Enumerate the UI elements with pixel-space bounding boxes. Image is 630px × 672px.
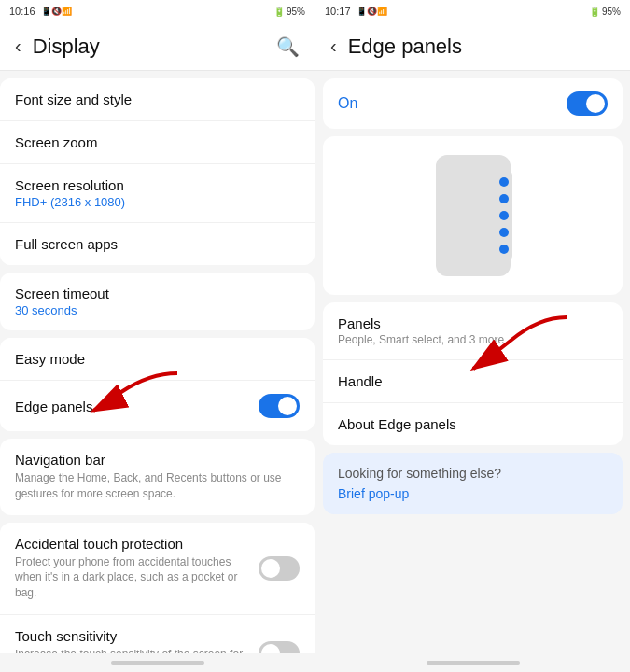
easy-mode-title: Easy mode: [15, 351, 300, 367]
back-button-right[interactable]: ‹: [330, 35, 337, 57]
suggestion-link[interactable]: Brief pop-up: [338, 486, 608, 501]
accidental-touch-toggle[interactable]: [259, 556, 300, 581]
edge-panels-title: Edge panels: [15, 399, 259, 414]
screen-zoom-item[interactable]: Screen zoom: [0, 121, 315, 164]
edge-on-toggle[interactable]: [567, 91, 608, 116]
full-screen-apps-title: Full screen apps: [15, 236, 300, 252]
edge-panels-top-bar: ‹ Edge panels: [315, 22, 630, 71]
bottom-bar-right: [315, 653, 630, 672]
status-bar-left: 10:16 📱🔇📶 🔋 95%: [0, 0, 315, 22]
handle-title: Handle: [338, 373, 608, 389]
edge-on-row[interactable]: On: [323, 78, 623, 129]
card-easy-edge: Easy mode Edge panels: [0, 338, 315, 431]
easy-mode-item[interactable]: Easy mode: [0, 338, 315, 381]
font-size-title: Font size and style: [15, 91, 300, 107]
battery-left: 95%: [287, 7, 305, 17]
navigation-bar-item[interactable]: Navigation bar Manage the Home, Back, an…: [0, 439, 315, 515]
dot-5: [499, 245, 509, 254]
card-nav: Navigation bar Manage the Home, Back, an…: [0, 439, 315, 515]
status-icons-right: 📱🔇📶: [357, 7, 387, 16]
screen-resolution-item[interactable]: Screen resolution FHD+ (2316 x 1080): [0, 164, 315, 223]
battery-icons-left: 🔋: [273, 7, 285, 17]
phone-mockup: [436, 155, 511, 276]
panels-title: Panels: [338, 315, 608, 331]
accidental-touch-title: Accidental touch protection: [15, 536, 259, 552]
panels-subtitle: People, Smart select, and 3 more: [338, 333, 608, 346]
dot-4: [499, 228, 509, 237]
suggestion-card: Looking for something else? Brief pop-up: [323, 453, 623, 514]
touch-sensitivity-item[interactable]: Touch sensitivity Increase the touch sen…: [0, 615, 315, 653]
card-display-basics: Font size and style Screen zoom Screen r…: [0, 78, 315, 265]
edge-panels-screen: 10:17 📱🔇📶 🔋 95% ‹ Edge panels On: [315, 0, 630, 672]
full-screen-apps-item[interactable]: Full screen apps: [0, 223, 315, 265]
about-title: About Edge panels: [338, 416, 608, 432]
screen-timeout-subtitle: 30 seconds: [15, 303, 300, 317]
search-button[interactable]: 🔍: [276, 35, 300, 58]
card-screen-timeout: Screen timeout 30 seconds: [0, 273, 315, 330]
edge-options-card: Panels People, Smart select, and 3 more …: [323, 302, 623, 445]
screen-resolution-subtitle: FHD+ (2316 x 1080): [15, 195, 300, 209]
panels-item[interactable]: Panels People, Smart select, and 3 more: [323, 302, 623, 360]
status-bar-right: 10:17 📱🔇📶 🔋 95%: [315, 0, 630, 22]
display-top-bar: ‹ Display 🔍: [0, 22, 315, 71]
bottom-bar-left: [0, 653, 315, 672]
status-icons-left: 📱🔇📶: [41, 7, 72, 16]
touch-sensitivity-desc: Increase the touch sensitivity of the sc…: [15, 647, 259, 653]
handle-item[interactable]: Handle: [323, 360, 623, 403]
display-settings-list: Font size and style Screen zoom Screen r…: [0, 71, 315, 653]
home-indicator-left: [111, 661, 204, 665]
font-size-item[interactable]: Font size and style: [0, 78, 315, 121]
page-title-display: Display: [33, 35, 265, 59]
dot-2: [499, 194, 509, 203]
screen-timeout-title: Screen timeout: [15, 286, 300, 301]
dot-3: [499, 211, 509, 220]
battery-icons-right: 🔋: [589, 7, 600, 17]
edge-panels-item[interactable]: Edge panels: [0, 381, 315, 431]
touch-sensitivity-toggle[interactable]: [259, 641, 300, 653]
dot-1: [499, 177, 509, 187]
navigation-bar-desc: Manage the Home, Back, and Recents butto…: [15, 470, 300, 502]
page-title-edge: Edge panels: [348, 35, 615, 59]
screen-timeout-item[interactable]: Screen timeout 30 seconds: [0, 273, 315, 330]
accidental-touch-item[interactable]: Accidental touch protection Protect your…: [0, 523, 315, 615]
home-indicator-right: [427, 661, 520, 665]
navigation-bar-title: Navigation bar: [15, 452, 300, 468]
battery-right: 95%: [602, 7, 621, 17]
edge-preview-card: [323, 136, 623, 295]
back-button[interactable]: ‹: [15, 35, 21, 57]
time-right: 10:17: [325, 6, 351, 17]
card-touch: Accidental touch protection Protect your…: [0, 523, 315, 653]
suggestion-title: Looking for something else?: [338, 466, 608, 481]
edge-dots: [496, 170, 512, 261]
accidental-touch-desc: Protect your phone from accidental touch…: [15, 554, 259, 601]
screen-zoom-title: Screen zoom: [15, 134, 300, 150]
about-item[interactable]: About Edge panels: [323, 403, 623, 445]
time-left: 10:16: [9, 6, 35, 17]
touch-sensitivity-title: Touch sensitivity: [15, 628, 259, 644]
screen-resolution-title: Screen resolution: [15, 177, 300, 193]
on-label: On: [338, 95, 357, 112]
edge-panels-toggle[interactable]: [259, 394, 300, 418]
